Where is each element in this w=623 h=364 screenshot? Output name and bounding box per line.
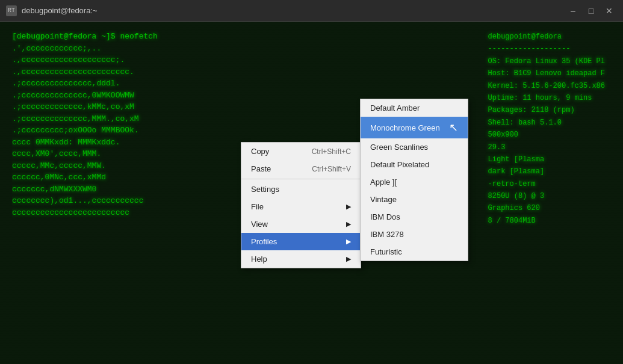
menu-item-label: View bbox=[251, 220, 268, 229]
minimize-button[interactable]: – bbox=[565, 4, 581, 17]
context-menu: CopyCtrl+Shift+CPasteCtrl+Shift+VSetting… bbox=[241, 142, 361, 268]
app-icon: RT bbox=[6, 5, 17, 16]
sysinfo-uptime: Uptime: 11 hours, 9 mins bbox=[488, 92, 605, 104]
menu-item-paste[interactable]: PasteCtrl+Shift+V bbox=[241, 160, 361, 177]
cursor-icon: ↖ bbox=[449, 121, 458, 134]
terminal-area: [debugpoint@fedora ~]$ neofetch .',ccccc… bbox=[0, 22, 623, 364]
menu-item-label: Settings bbox=[251, 185, 279, 194]
submenu-item-monochrome-green[interactable]: Monochrome Green↖ bbox=[361, 117, 468, 138]
sysinfo-panel: debugpoint@fedora ------------------- OS… bbox=[488, 31, 605, 227]
sysinfo-os: OS: Fedora Linux 35 (KDE Pl bbox=[488, 55, 605, 67]
title-bar: RT debugpoint@fedora:~ – □ ✕ bbox=[0, 0, 623, 22]
menu-item-shortcut: Ctrl+Shift+V bbox=[312, 165, 351, 173]
sysinfo-extra2: Light [Plasma bbox=[488, 153, 605, 165]
menu-item-label: Profiles bbox=[251, 237, 277, 246]
menu-item-help[interactable]: Help▶ bbox=[241, 250, 361, 268]
menu-item-label: Help bbox=[251, 254, 267, 264]
maximize-button[interactable]: □ bbox=[583, 4, 599, 17]
submenu-item-label: Monochrome Green bbox=[370, 123, 440, 132]
submenu-item-label: IBM 3278 bbox=[370, 230, 404, 239]
sysinfo-res: 500x900 bbox=[488, 129, 605, 141]
sysinfo-extra7: 8 / 7804MiB bbox=[488, 215, 605, 227]
menu-item-file[interactable]: File▶ bbox=[241, 198, 361, 215]
title-bar-left: RT debugpoint@fedora:~ bbox=[6, 5, 98, 16]
submenu: Default AmberMonochrome Green↖Green Scan… bbox=[360, 99, 468, 261]
sysinfo-packages: Packages: 2118 (rpm) bbox=[488, 104, 605, 116]
menu-item-arrow-icon: ▶ bbox=[346, 238, 351, 245]
submenu-item-futuristic[interactable]: Futuristic bbox=[361, 243, 468, 261]
submenu-item-default-pixelated[interactable]: Default Pixelated bbox=[361, 156, 468, 173]
menu-item-arrow-icon: ▶ bbox=[346, 255, 351, 263]
sysinfo-extra6: Graphics 620 bbox=[488, 202, 605, 214]
window-controls: – □ ✕ bbox=[565, 4, 617, 17]
submenu-item-default-amber[interactable]: Default Amber bbox=[361, 99, 468, 117]
menu-item-profiles[interactable]: Profiles▶ bbox=[241, 233, 361, 250]
menu-item-label: Copy bbox=[251, 147, 269, 156]
sysinfo-host: Host: B1C9 Lenovo ideapad F bbox=[488, 67, 605, 79]
window-title: debugpoint@fedora:~ bbox=[22, 6, 98, 15]
sysinfo-sep: ------------------- bbox=[488, 43, 605, 55]
submenu-item-apple---[interactable]: Apple ][ bbox=[361, 173, 468, 191]
sysinfo-extra3: dark [Plasma] bbox=[488, 165, 605, 177]
sysinfo-user: debugpoint@fedora bbox=[488, 31, 605, 43]
menu-item-arrow-icon: ▶ bbox=[346, 203, 351, 211]
submenu-item-label: Default Pixelated bbox=[370, 160, 429, 169]
sysinfo-extra4: -retro-term bbox=[488, 178, 605, 190]
menu-item-label: Paste bbox=[251, 164, 271, 173]
menu-item-arrow-icon: ▶ bbox=[346, 220, 351, 228]
submenu-item-label: Apple ][ bbox=[370, 177, 397, 187]
submenu-item-vintage[interactable]: Vintage bbox=[361, 191, 468, 208]
menu-item-view[interactable]: View▶ bbox=[241, 215, 361, 233]
menu-item-shortcut: Ctrl+Shift+C bbox=[312, 147, 351, 156]
sysinfo-extra1: 29.3 bbox=[488, 141, 605, 153]
menu-item-label: File bbox=[251, 202, 264, 211]
menu-separator bbox=[241, 179, 361, 179]
submenu-item-label: Green Scanlines bbox=[370, 143, 428, 152]
submenu-item-label: Futuristic bbox=[370, 247, 402, 256]
submenu-item-ibm-3278[interactable]: IBM 3278 bbox=[361, 226, 468, 243]
menu-item-settings[interactable]: Settings bbox=[241, 180, 361, 198]
sysinfo-shell: Shell: bash 5.1.0 bbox=[488, 117, 605, 129]
submenu-item-ibm-dos[interactable]: IBM Dos bbox=[361, 208, 468, 226]
close-button[interactable]: ✕ bbox=[601, 4, 617, 17]
menu-item-copy[interactable]: CopyCtrl+Shift+C bbox=[241, 143, 361, 160]
submenu-item-label: Default Amber bbox=[370, 103, 420, 113]
sysinfo-extra5: 8250U (8) @ 3 bbox=[488, 190, 605, 202]
submenu-item-label: Vintage bbox=[370, 195, 397, 204]
sysinfo-kernel: Kernel: 5.15.6-200.fc35.x86 bbox=[488, 80, 605, 92]
submenu-item-green-scanlines[interactable]: Green Scanlines bbox=[361, 138, 468, 156]
submenu-item-label: IBM Dos bbox=[370, 212, 400, 221]
